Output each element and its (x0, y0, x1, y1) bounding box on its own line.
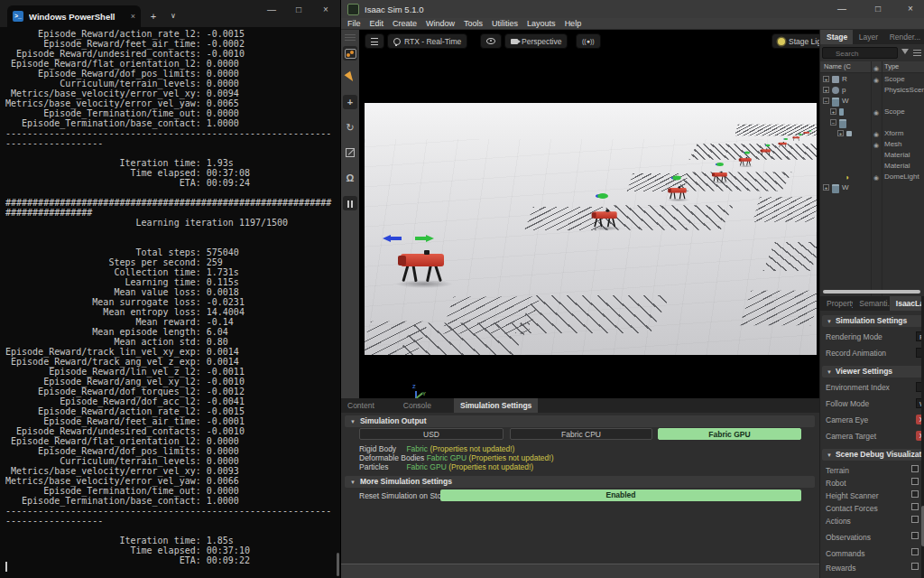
terminal-close-button[interactable]: × (314, 2, 337, 18)
tab-content[interactable]: Content (341, 398, 381, 413)
section-simulation-settings[interactable]: ▼Simulation Settings (822, 315, 923, 327)
isaac-minimize-button[interactable]: — (828, 0, 855, 18)
toolbar-grip[interactable] (345, 33, 356, 41)
debug-row: Contact Forces (826, 503, 923, 514)
reset-row: Reset Simulation on Stop (359, 491, 446, 500)
section-simulation-output[interactable]: ▼Simulation Output (345, 415, 815, 427)
viewport[interactable]: RTX - Real-Time Perspective ((●)) Stage … (359, 30, 819, 428)
stage-row[interactable]: + R ◉ Scope (820, 74, 924, 85)
section-scene-debug[interactable]: ▼Scene Debug Visualization (822, 449, 923, 461)
xform-cube-icon (832, 184, 839, 193)
terminal-minimize-button[interactable]: — (260, 2, 283, 18)
stage-row[interactable]: + ◉ Scope (820, 107, 924, 117)
fabric-gpu-button[interactable]: Fabric GPU (658, 428, 801, 440)
isaac-close-button[interactable]: × (897, 0, 924, 18)
height-scanner-checkbox[interactable] (911, 490, 919, 498)
selection-mode-button[interactable] (343, 46, 357, 61)
stage-search-input[interactable]: Search (822, 47, 898, 59)
setting-row: Record Animation (826, 348, 923, 359)
terminal-scrollbar[interactable] (337, 553, 339, 576)
debug-row: Observations (826, 532, 923, 543)
terminal-maximize-button[interactable]: □ (287, 2, 310, 18)
render-scene[interactable] (365, 103, 817, 355)
tab-isaaclab[interactable]: IsaacLab (890, 296, 924, 311)
menu-layouts[interactable]: Layouts (527, 19, 556, 28)
observations-checkbox[interactable] (911, 532, 919, 539)
terminal-window: >_ Windows PowerShell × + ∨ — □ × Episod… (0, 0, 341, 578)
fabric-cpu-button[interactable]: Fabric CPU (510, 428, 652, 440)
robot (738, 154, 754, 168)
robot-checkbox[interactable] (911, 478, 919, 485)
tab-semantics[interactable]: Semanti... (853, 296, 890, 311)
robot (711, 168, 731, 184)
sliders-icon (371, 38, 378, 45)
stage-lights-label: Stage Lights (789, 37, 819, 46)
rotate-tool-button[interactable]: ↻ (343, 120, 357, 135)
scale-icon (346, 148, 355, 157)
tab-stage[interactable]: Stage (820, 30, 853, 44)
menu-help[interactable]: Help (565, 19, 582, 28)
renderer-label: RTX - Real-Time (404, 37, 461, 46)
property-tab-bar: Property Semanti... IsaacLab (820, 296, 924, 311)
viewport-settings-button[interactable] (365, 33, 384, 49)
stage-row[interactable]: + ◉ Xform (820, 128, 924, 139)
section-viewer-settings[interactable]: ▼Viewer Settings (822, 366, 923, 378)
magnet-icon: Ω (346, 172, 355, 183)
camera-selector[interactable]: Perspective (504, 33, 568, 49)
stage-row[interactable]: Material (820, 161, 924, 172)
stage-row[interactable]: − W (820, 96, 924, 107)
tab-console[interactable]: Console (397, 398, 438, 413)
menu-edit[interactable]: Edit (370, 19, 384, 28)
stage-row[interactable]: ◉ Mesh (820, 139, 924, 150)
commands-checkbox[interactable] (911, 548, 919, 555)
renderer-selector[interactable]: RTX - Real-Time (387, 33, 467, 49)
snap-tool-button[interactable]: Ω (343, 171, 357, 185)
menu-utilities[interactable]: Utilities (492, 19, 518, 28)
camera-icon (511, 39, 518, 44)
tab-dropdown-button[interactable]: ∨ (164, 7, 182, 25)
column-type[interactable]: Type (884, 61, 899, 72)
menu-window[interactable]: Window (426, 19, 455, 28)
contact-forces-checkbox[interactable] (911, 503, 919, 510)
tab-property[interactable]: Property (820, 296, 853, 311)
capture-button[interactable]: ((●)) (576, 33, 601, 49)
menu-create[interactable]: Create (393, 19, 417, 28)
move-icon: + (347, 97, 353, 107)
menu-tools[interactable]: Tools (464, 19, 483, 28)
stage-horizontal-scrollbar[interactable] (823, 290, 920, 294)
actions-checkbox[interactable] (911, 516, 919, 523)
visibility-button[interactable] (480, 33, 502, 49)
select-tool-button[interactable] (343, 70, 357, 84)
section-more-simulation-settings[interactable]: ▼More Simulation Settings (345, 476, 815, 488)
tab-render[interactable]: Render... (883, 30, 924, 44)
stage-row[interactable]: + W (820, 182, 924, 193)
stage-row[interactable]: ◗ ◉ DomeLight (820, 172, 924, 182)
debug-row: Actions (826, 516, 923, 527)
isaac-maximize-button[interactable]: □ (864, 0, 892, 18)
scale-tool-button[interactable] (343, 145, 357, 160)
stage-row[interactable]: Material (820, 150, 924, 161)
menu-file[interactable]: File (347, 19, 361, 28)
close-tab-icon[interactable]: × (131, 12, 135, 21)
rewards-checkbox[interactable] (911, 563, 919, 570)
new-tab-button[interactable]: + (144, 7, 162, 25)
filter-icon[interactable] (901, 49, 909, 54)
stage-lights-button[interactable]: Stage Lights (772, 33, 819, 49)
terrain-checkbox[interactable] (911, 465, 919, 472)
stage-row[interactable]: + p PhysicsScene (820, 85, 924, 96)
terminal-tab[interactable]: >_ Windows PowerShell × (7, 5, 141, 27)
stage-row[interactable]: − (820, 117, 924, 128)
setting-row: Camera Target X (826, 431, 923, 442)
column-name[interactable]: Name (C (824, 61, 851, 72)
setting-row: Environment Index (826, 382, 923, 393)
terrain-patch (677, 172, 791, 191)
move-tool-button[interactable]: + (343, 95, 357, 109)
isaac-window-title: Isaac Sim 5.1.0 (365, 5, 423, 14)
output-row: Deformable Bodies Fabric GPU (Properties… (359, 453, 553, 462)
tab-layer[interactable]: Layer (853, 30, 883, 44)
reset-simulation-toggle[interactable]: Enabled (440, 489, 801, 501)
pause-button[interactable] (343, 196, 357, 210)
options-menu-icon[interactable] (913, 50, 921, 56)
usd-button[interactable]: USD (359, 428, 504, 440)
tab-simulation-settings[interactable]: Simulation Settings (454, 398, 538, 413)
